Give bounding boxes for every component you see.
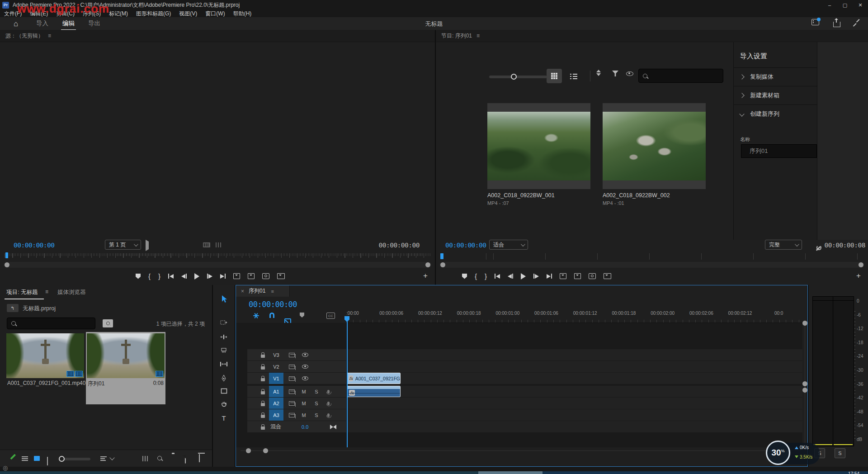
export-frame-icon[interactable] (262, 273, 269, 279)
thumbnail-size-slider[interactable] (59, 458, 90, 460)
fullscreen-icon[interactable] (853, 19, 862, 27)
track-header-v3[interactable]: V3 (247, 349, 347, 360)
import-section-new-bin[interactable]: 新建素材箱 (734, 86, 817, 104)
tab-media-browser[interactable]: 媒体浏览器 (57, 289, 86, 296)
track-lane-v1[interactable]: fxA001_C037_0921FG (347, 373, 802, 384)
maximize-button[interactable]: ▢ (837, 0, 853, 10)
button-editor-plus-icon[interactable]: + (423, 271, 428, 280)
scroll-knob-right[interactable] (425, 262, 430, 267)
hscroll-knob-right[interactable] (263, 448, 268, 453)
close-tab-icon[interactable]: × (241, 288, 244, 294)
track-sync-icon[interactable] (289, 401, 295, 406)
fx-badge[interactable]: fx (349, 375, 353, 381)
add-marker-icon[interactable] (136, 274, 141, 279)
button-editor-plus-icon[interactable]: + (856, 271, 861, 280)
track-target-v3[interactable]: V3 (269, 349, 283, 360)
timeline-playhead-line[interactable] (347, 322, 348, 447)
panel-menu-icon[interactable]: ≡ (45, 289, 48, 295)
source-flyout-icon[interactable] (146, 242, 149, 250)
lock-icon[interactable] (261, 403, 265, 406)
mark-in-icon[interactable]: { (475, 272, 477, 280)
tool-track-select[interactable] (213, 319, 235, 326)
mark-in-icon[interactable]: { (148, 272, 151, 280)
media-thumbnail[interactable] (487, 103, 590, 189)
media-thumbnail[interactable] (603, 103, 706, 189)
menu-item-8[interactable]: 帮助(H) (229, 10, 256, 18)
captions-cc-icon[interactable]: CC (326, 313, 335, 319)
clip-thumbnail[interactable] (6, 333, 84, 378)
track-eye-icon[interactable] (302, 376, 308, 380)
step-back-icon[interactable] (181, 274, 187, 279)
mute-button[interactable]: M (300, 401, 307, 406)
import-section-create-sequence[interactable]: 创建新序列 (734, 104, 817, 123)
new-item-icon[interactable] (185, 455, 186, 464)
panel-menu-icon[interactable]: ≡ (48, 33, 51, 39)
project-item-clip[interactable]: A001_C037_0921FG_001.mp4 0:08 (5, 332, 85, 404)
track-lane-a2[interactable] (347, 398, 802, 409)
tab-project[interactable]: 项目: 无标题 (6, 289, 38, 296)
source-scrub-ruler[interactable] (5, 253, 430, 261)
tool-rectangle[interactable] (213, 388, 235, 394)
program-scrub-ruler[interactable] (440, 253, 863, 260)
track-header-a3[interactable]: A3MS (247, 409, 347, 421)
track-sync-icon[interactable] (289, 365, 295, 369)
track-header-v1[interactable]: V1 (247, 373, 347, 384)
add-marker-icon[interactable] (300, 313, 304, 318)
track-target-a1[interactable]: A1 (269, 386, 283, 397)
video-badge-icon[interactable] (66, 371, 74, 377)
step-back-icon[interactable] (508, 274, 513, 279)
media-card[interactable]: A002_C018_0922BW_001 MP4 - :07 (487, 103, 590, 206)
share-icon[interactable] (833, 19, 842, 27)
lock-icon[interactable] (261, 378, 265, 381)
minimize-button[interactable]: – (822, 0, 837, 10)
lock-icon[interactable] (261, 366, 265, 370)
source-page-dropdown[interactable]: 第 1 页 (105, 240, 141, 250)
menu-item-7[interactable]: 窗口(W) (201, 10, 229, 18)
goto-out-icon[interactable] (547, 274, 552, 279)
sequence-thumbnail[interactable] (87, 333, 165, 378)
track-header-v2[interactable]: V2 (247, 361, 347, 372)
trash-icon[interactable] (199, 454, 200, 462)
insert-icon[interactable] (233, 273, 240, 279)
tool-hand[interactable] (213, 401, 235, 408)
media-search-input[interactable] (638, 69, 723, 83)
sequence-tab[interactable]: × 序列01 ≡ (236, 285, 290, 297)
list-view-button[interactable] (566, 69, 581, 83)
timeline-current-timecode[interactable]: 00:00:00:00 (249, 300, 297, 309)
project-search-input[interactable] (7, 318, 95, 329)
mic-record-icon[interactable] (327, 413, 330, 417)
track-header-a1[interactable]: A1MS (247, 386, 347, 397)
solo-button[interactable]: S (313, 412, 320, 418)
panel-menu-icon[interactable]: ≡ (271, 289, 274, 294)
program-zoom-dropdown[interactable]: 适合 (489, 240, 528, 250)
thumbnail-zoom-slider[interactable] (489, 76, 547, 78)
step-forward-icon[interactable] (533, 274, 539, 279)
vscroll-knob-bottom[interactable] (802, 388, 807, 393)
mic-record-icon[interactable] (327, 402, 330, 405)
source-playhead[interactable] (5, 252, 8, 258)
program-panel-header[interactable]: 节目: 序列01 ≡ (436, 30, 868, 42)
track-header-a2[interactable]: A2MS (247, 398, 347, 409)
track-eye-icon[interactable] (302, 365, 308, 369)
goto-in-icon[interactable] (495, 274, 500, 279)
solo-right-button[interactable]: S (835, 448, 845, 458)
tool-selection[interactable] (213, 295, 235, 303)
sort-icon[interactable] (596, 70, 601, 76)
timeline-audio-clip[interactable]: fx (347, 386, 401, 397)
track-eye-icon[interactable] (302, 353, 308, 357)
lock-icon[interactable] (261, 355, 265, 358)
automate-to-sequence-icon[interactable] (142, 456, 148, 461)
list-view-icon[interactable] (22, 456, 28, 461)
timeline-hscroll-track[interactable] (241, 450, 801, 451)
track-target-v1[interactable]: V1 (269, 373, 283, 384)
track-lane-v2[interactable] (347, 361, 802, 372)
slider-knob[interactable] (59, 456, 65, 462)
import-section-copy-media[interactable]: 复制媒体 (734, 67, 817, 86)
program-playhead[interactable] (440, 253, 443, 259)
project-item-sequence[interactable]: 序列01 0:08 (86, 332, 165, 404)
track-sync-icon[interactable] (289, 376, 295, 381)
search-bin-button[interactable] (103, 319, 113, 327)
tool-pen[interactable] (213, 374, 235, 382)
overwrite-icon[interactable] (248, 273, 255, 279)
grid-view-button[interactable] (547, 69, 562, 83)
